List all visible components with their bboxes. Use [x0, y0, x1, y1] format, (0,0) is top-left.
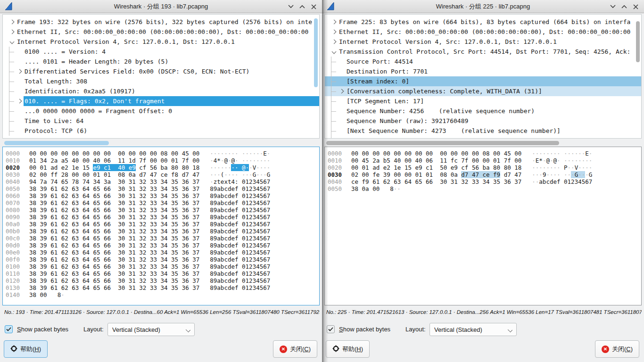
tree-row-text: Time to Live: 64 [24, 116, 84, 126]
tree-row[interactable]: Sequence Number (raw): 3921760489 [325, 116, 641, 126]
wireshark-packet-window-193: Wireshark · 分组 193 · lib7.pcapng Frame 1… [0, 0, 322, 362]
show-packet-bytes-checkbox[interactable] [5, 325, 13, 333]
hex-row[interactable]: 00a038 39 61 62 63 64 65 66 30 31 32 33 … [6, 221, 319, 228]
tree-row[interactable]: Acknowledgment Number: 1 (relative ack n… [325, 136, 641, 139]
hex-row[interactable]: 009038 39 61 62 63 64 65 66 30 31 32 33 … [6, 214, 319, 221]
close-window-icon[interactable] [630, 1, 641, 12]
shade-window-icon[interactable] [285, 1, 297, 12]
tree-row[interactable]: Ethernet II, Src: 00:00:00_00:00:00 (00:… [3, 27, 319, 37]
hex-row[interactable]: 011038 39 61 62 63 64 65 66 30 31 32 33 … [6, 270, 319, 277]
hex-row[interactable]: 004094 7a 74 65 78 74 34 3a 30 31 32 33 … [6, 178, 319, 185]
collapsed-arrow-icon[interactable] [9, 30, 14, 34]
hex-row[interactable]: 000000 00 00 00 00 00 00 00 00 00 00 00 … [6, 150, 319, 157]
hex-offset: 00a0 [6, 221, 23, 228]
tree-row[interactable]: [TCP Segment Len: 17] [325, 96, 641, 106]
tree-row[interactable]: Internet Protocol Version 4, Src: 127.0.… [325, 37, 641, 47]
packet-detail-tree[interactable]: Frame 193: 322 bytes on wire (2576 bits)… [2, 14, 320, 139]
tree-row[interactable]: Protocol: TCP (6) [3, 126, 319, 136]
help-button[interactable]: 帮助(H) [4, 340, 48, 358]
tree-row[interactable]: Identification: 0x2aa5 (10917) [3, 86, 319, 96]
hex-offset: 0060 [6, 192, 23, 199]
hex-row[interactable]: 002000 01 ad e2 1e 15 e9 c1 50 e9 cf 56 … [328, 164, 641, 171]
show-packet-bytes-label[interactable]: Show packet bytes [17, 323, 68, 336]
tree-row-text: ...0 0000 0000 0000 = Fragment Offset: 0 [24, 106, 173, 116]
tree-row[interactable]: Transmission Control Protocol, Src Port:… [325, 47, 641, 57]
tree-row-text: Frame 193: 322 bytes on wire (2576 bits)… [16, 17, 313, 27]
hex-row[interactable]: 010038 39 61 62 63 64 65 66 30 31 32 33 … [6, 263, 319, 270]
hex-row[interactable]: 002000 01 ad e2 1e 15 e9 c1 40 e9 cf 56 … [6, 164, 319, 171]
maximize-window-icon[interactable] [619, 1, 630, 12]
help-button[interactable]: 帮助(H) [326, 340, 370, 358]
tree-row[interactable]: Source Port: 44514 [325, 57, 641, 66]
tree-row[interactable]: Frame 193: 322 bytes on wire (2576 bits)… [3, 17, 319, 27]
tree-vertical-scrollbar[interactable] [636, 21, 640, 62]
tree-row[interactable]: [Next Sequence Number: 4273 (relative se… [325, 126, 641, 136]
tree-row-text: Destination Port: 7701 [346, 66, 429, 76]
tree-row-text: Protocol: TCP (6) [24, 126, 88, 136]
tree-row[interactable]: [Conversation completeness: Complete, WI… [325, 86, 641, 96]
window-titlebar[interactable]: Wireshark · 分组 225 · lib7.pcapng [322, 0, 644, 13]
hex-row[interactable]: 003002 00 fe 39 00 00 01 01 08 0a d7 47 … [328, 171, 641, 178]
close-button[interactable]: ✕ 关闭(C) [273, 340, 317, 358]
close-circle-icon: ✕ [602, 346, 609, 353]
hex-row[interactable]: 013038 39 61 62 63 64 65 66 30 31 32 33 … [6, 284, 319, 291]
collapsed-arrow-icon[interactable] [17, 99, 22, 104]
tree-row[interactable]: .... 0101 = Header Length: 20 bytes (5) [3, 57, 319, 66]
tree-row[interactable]: 010. .... = Flags: 0x2, Don't fragment [3, 96, 319, 106]
tree-row-text: Internet Protocol Version 4, Src: 127.0.… [16, 37, 236, 47]
expanded-arrow-icon[interactable] [9, 40, 14, 44]
collapsed-arrow-icon[interactable] [339, 89, 344, 94]
packet-bytes-pane[interactable]: 000000 00 00 00 00 00 00 00 00 00 00 00 … [2, 147, 320, 305]
hex-row[interactable]: 012038 39 61 62 63 64 65 66 30 31 32 33 … [6, 277, 319, 284]
hex-row[interactable]: 0040ce f9 61 62 63 64 65 66 30 31 32 33 … [328, 178, 641, 185]
close-window-icon[interactable] [308, 1, 319, 12]
show-packet-bytes-checkbox[interactable] [327, 325, 335, 333]
collapsed-arrow-icon[interactable] [331, 20, 336, 25]
hex-row[interactable]: 005038 0a 008·· [328, 185, 641, 192]
tree-row[interactable]: Time to Live: 64 [3, 116, 319, 126]
hex-row[interactable]: 005038 39 61 62 63 64 65 66 30 31 32 33 … [6, 185, 319, 192]
hex-row[interactable]: 00f038 39 61 62 63 64 65 66 30 31 32 33 … [6, 256, 319, 263]
tree-row[interactable]: Frame 225: 83 bytes on wire (664 bits), … [325, 17, 641, 27]
collapsed-arrow-icon[interactable] [17, 69, 22, 74]
show-packet-bytes-label[interactable]: Show packet bytes [339, 323, 390, 336]
packet-bytes-pane[interactable]: 000000 00 00 00 00 00 00 00 00 00 00 00 … [324, 147, 642, 305]
tree-vertical-scrollbar[interactable] [314, 18, 318, 87]
hex-row[interactable]: 00d038 39 61 62 63 64 65 66 30 31 32 33 … [6, 242, 319, 249]
tree-row[interactable]: ...0 0000 0000 0000 = Fragment Offset: 0 [3, 106, 319, 116]
hex-row[interactable]: 007038 39 61 62 63 64 65 66 30 31 32 33 … [6, 199, 319, 206]
maximize-window-icon[interactable] [297, 1, 308, 12]
expanded-arrow-icon[interactable] [331, 49, 336, 54]
tree-row[interactable]: Ethernet II, Src: 00:00:00_00:00:00 (00:… [325, 27, 641, 37]
packet-detail-tree[interactable]: Frame 225: 83 bytes on wire (664 bits), … [324, 14, 642, 139]
tree-row[interactable]: Sequence Number: 4256 (relative sequence… [325, 106, 641, 116]
hex-row[interactable]: 003002 00 ff 28 00 00 01 01 08 0a d7 47 … [6, 171, 319, 178]
collapsed-arrow-icon[interactable] [331, 30, 336, 34]
hex-row[interactable]: 001001 34 2a a5 40 00 40 06 11 1d 7f 00 … [6, 157, 319, 164]
layout-select[interactable]: Vertical (Stacked) [429, 323, 517, 336]
collapsed-arrow-icon[interactable] [9, 20, 14, 25]
hex-offset: 0050 [328, 185, 345, 192]
tree-row-text: .... 0101 = Header Length: 20 bytes (5) [24, 57, 169, 66]
tree-horizontal-scrollbar[interactable] [324, 140, 642, 146]
hex-row[interactable]: 00e038 39 61 62 63 64 65 66 30 31 32 33 … [6, 249, 319, 256]
hex-row[interactable]: 00b038 39 61 62 63 64 65 66 30 31 32 33 … [6, 228, 319, 235]
close-button[interactable]: ✕ 关闭(C) [595, 340, 639, 358]
tree-row[interactable]: Differentiated Services Field: 0x00 (DSC… [3, 66, 319, 76]
layout-select[interactable]: Vertical (Stacked) [107, 323, 195, 336]
tree-row[interactable]: Destination Port: 7701 [325, 66, 641, 76]
hex-row[interactable]: 00c038 39 61 62 63 64 65 66 30 31 32 33 … [6, 235, 319, 242]
hex-row[interactable]: 000000 00 00 00 00 00 00 00 00 00 00 00 … [328, 150, 641, 157]
hex-row[interactable]: 006038 39 61 62 63 64 65 66 30 31 32 33 … [6, 192, 319, 199]
tree-row[interactable]: Internet Protocol Version 4, Src: 127.0.… [3, 37, 319, 47]
collapsed-arrow-icon[interactable] [331, 40, 336, 44]
window-titlebar[interactable]: Wireshark · 分组 193 · lib7.pcapng [0, 0, 322, 13]
shade-window-icon[interactable] [607, 1, 619, 12]
tree-row[interactable]: [Stream index: 0] [325, 76, 641, 86]
hex-row[interactable]: 014038 008· [6, 291, 319, 298]
hex-row[interactable]: 001000 45 2a b5 40 00 40 06 11 fc 7f 00 … [328, 157, 641, 164]
hex-row[interactable]: 008038 39 61 62 63 64 65 66 30 31 32 33 … [6, 206, 319, 214]
tree-row[interactable]: Total Length: 308 [3, 76, 319, 86]
tree-horizontal-scrollbar[interactable] [2, 140, 320, 146]
tree-row[interactable]: 0100 .... = Version: 4 [3, 47, 319, 57]
